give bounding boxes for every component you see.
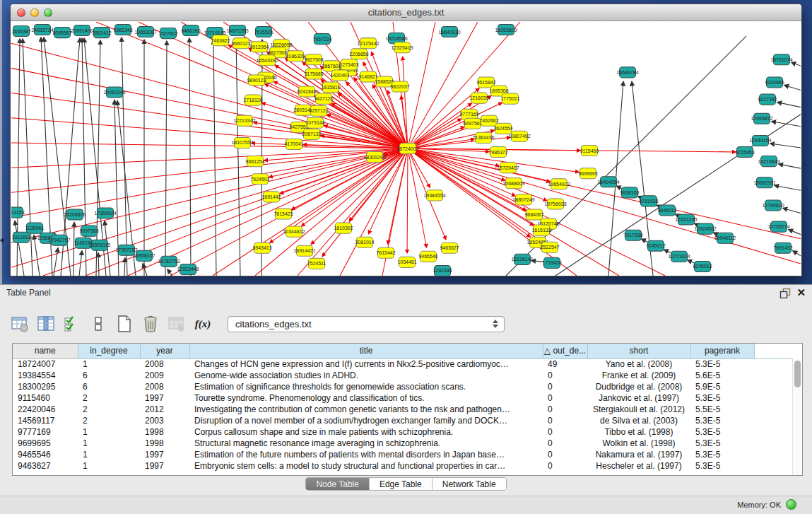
graph-node[interactable]: 8912954: [249, 42, 269, 52]
graph-node[interactable]: 9097588: [79, 226, 98, 236]
table-row[interactable]: 2242004622012Investigating the contribut…: [13, 404, 793, 415]
table-cell[interactable]: 0: [543, 370, 587, 381]
table-cell[interactable]: de Silva et al. (2003): [587, 415, 690, 426]
table-cell[interactable]: 1: [78, 426, 140, 438]
graph-node[interactable]: 15751074: [770, 54, 792, 65]
column-header-pagerank[interactable]: pagerank: [690, 344, 754, 358]
table-cell[interactable]: Stergiakouli et al. (2012): [587, 404, 690, 415]
close-panel-icon[interactable]: ✕: [796, 286, 806, 299]
table-cell[interactable]: 2003: [140, 415, 189, 426]
tab-edge-table[interactable]: Edge Table: [370, 478, 433, 490]
table-cell[interactable]: 49: [543, 358, 587, 370]
table-select-dropdown[interactable]: citations_edges.txt: [228, 316, 505, 332]
graph-node[interactable]: 3081014: [355, 237, 374, 247]
graph-node[interactable]: 9827508: [304, 54, 323, 65]
delete-column-button[interactable]: [141, 314, 160, 334]
graph-node[interactable]: 14671355: [226, 25, 248, 36]
table-cell[interactable]: 19384554: [13, 370, 78, 381]
graph-node[interactable]: 20053346: [103, 87, 125, 98]
table-row[interactable]: 969969511998Structural magnetic resonanc…: [13, 438, 793, 449]
table-cell[interactable]: Disruption of a novel member of a sodium…: [189, 415, 543, 426]
graph-node[interactable]: 9699695: [578, 168, 597, 179]
graph-node[interactable]: 8095967: [52, 28, 71, 38]
graph-node[interactable]: 21364436: [472, 132, 494, 143]
graph-node[interactable]: 2718126: [243, 95, 262, 105]
table-cell[interactable]: 1: [78, 438, 140, 449]
table-cell[interactable]: 1997: [140, 460, 189, 472]
graph-node[interactable]: 18300295: [363, 152, 385, 163]
row-height-button[interactable]: [88, 314, 108, 334]
graph-node[interactable]: 16404954: [597, 177, 619, 187]
graph-node[interactable]: 7691432: [773, 243, 792, 253]
graph-node[interactable]: 16053809: [495, 25, 517, 35]
graph-node[interactable]: 16958107: [133, 250, 155, 261]
graph-node[interactable]: 9660123: [231, 38, 250, 49]
table-cell[interactable]: 0: [543, 381, 587, 392]
graph-node[interactable]: 20691406: [71, 25, 93, 36]
graph-node[interactable]: 1691442: [261, 192, 281, 202]
table-cell[interactable]: Estimation of significance thresholds fo…: [189, 381, 543, 392]
network-graph[interactable]: 1653387249357248095967206914062861412936…: [11, 22, 801, 276]
table-cell[interactable]: 5.9E-5: [690, 381, 754, 392]
table-cell[interactable]: Corpus callosum shape and size in male p…: [189, 426, 543, 438]
graph-node[interactable]: 15720407: [497, 163, 519, 173]
graph-node[interactable]: 3175685: [304, 69, 323, 79]
table-cell[interactable]: 0: [543, 415, 587, 426]
graph-node[interactable]: 9329966: [765, 77, 784, 88]
column-header-name[interactable]: name: [13, 344, 78, 358]
graph-node[interactable]: 9427120: [314, 93, 333, 104]
graph-node[interactable]: 1815810: [321, 82, 340, 93]
table-cell[interactable]: 22420046: [13, 404, 78, 415]
graph-node[interactable]: 16648784: [616, 67, 638, 78]
table-row[interactable]: 911546021997Tourette syndrome. Phenomeno…: [13, 392, 793, 404]
table-row[interactable]: 946554611997Estimation of the future num…: [13, 449, 793, 460]
table-cell[interactable]: 0: [543, 449, 587, 460]
graph-node[interactable]: 1135061: [25, 223, 45, 233]
graph-node[interactable]: 16046112: [714, 233, 736, 243]
table-cell[interactable]: 2008: [140, 358, 189, 370]
graph-node[interactable]: 1034481: [397, 257, 416, 267]
table-cell[interactable]: Estimation of the future numbers of pati…: [189, 449, 543, 460]
table-scrollbar-thumb[interactable]: [794, 361, 801, 387]
graph-node[interactable]: 1615132: [531, 225, 551, 235]
graph-node[interactable]: 9822037: [390, 81, 409, 92]
table-row[interactable]: 1872400712008Changes of HCN gene express…: [13, 358, 793, 370]
table-cell[interactable]: 2: [78, 415, 140, 426]
table-cell[interactable]: Embryonic stem cells: a model to study s…: [189, 460, 543, 472]
table-cell[interactable]: 5.5E-5: [690, 404, 754, 415]
graph-node[interactable]: 8245013: [693, 261, 712, 271]
column-header-short[interactable]: short: [587, 344, 690, 358]
table-cell[interactable]: 9465546: [13, 449, 78, 460]
graph-node[interactable]: 10688609: [502, 178, 524, 189]
table-cell[interactable]: Wolkin et al. (1998): [587, 438, 690, 449]
graph-node[interactable]: 9245012: [646, 240, 665, 251]
graph-node[interactable]: 9361348: [113, 25, 132, 35]
graph-node[interactable]: 7463822: [211, 35, 230, 46]
graph-node[interactable]: 8943413: [252, 243, 271, 253]
table-cell[interactable]: 1997: [140, 449, 189, 460]
table-cell[interactable]: 9115460: [13, 392, 78, 404]
select-all-button[interactable]: [62, 314, 82, 334]
graph-node[interactable]: 2861412: [92, 28, 111, 38]
graph-node[interactable]: 19756928: [544, 199, 566, 209]
table-cell[interactable]: 0: [543, 404, 587, 415]
table-cell[interactable]: 9463627: [13, 460, 78, 472]
graph-node[interactable]: 20206576: [64, 209, 86, 220]
graph-node[interactable]: 7615423: [273, 209, 293, 219]
table-cell[interactable]: 0: [543, 460, 587, 472]
table-cell[interactable]: 2012: [140, 404, 189, 415]
table-row[interactable]: 977716911998Corpus callosum shape and si…: [13, 426, 793, 438]
table-cell[interactable]: 0: [543, 392, 587, 404]
graph-node[interactable]: 12790610: [762, 200, 784, 211]
tab-network-table[interactable]: Network Table: [433, 478, 506, 490]
column-header-in_degree[interactable]: in_degree: [78, 344, 140, 358]
graph-node[interactable]: 16914421: [293, 245, 315, 256]
table-cell[interactable]: Genome-wide association studies in ADHD.: [189, 370, 543, 381]
graph-node[interactable]: 2067133: [302, 129, 321, 139]
create-column-button[interactable]: [114, 314, 134, 334]
table-cell[interactable]: 5.3E-5: [690, 392, 754, 404]
graph-node[interactable]: 4257121: [309, 105, 328, 116]
table-cell[interactable]: 9777169: [13, 426, 78, 438]
graph-node[interactable]: 9890123: [247, 75, 266, 86]
table-cell[interactable]: Yano et al. (2008): [587, 358, 690, 370]
